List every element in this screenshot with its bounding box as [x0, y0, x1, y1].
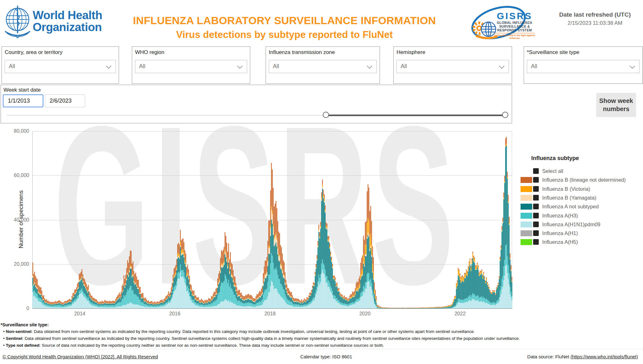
bar-week[interactable]	[159, 301, 160, 308]
bar-week[interactable]	[68, 300, 68, 308]
bar-week[interactable]	[176, 265, 176, 308]
bar-week[interactable]	[281, 247, 282, 308]
bar-week[interactable]	[378, 305, 378, 308]
bar-week[interactable]	[256, 296, 256, 308]
bar-week[interactable]	[465, 273, 466, 308]
site-type-dropdown[interactable]: All	[527, 60, 640, 73]
bar-week[interactable]	[289, 291, 290, 308]
bar-week[interactable]	[305, 300, 305, 308]
bar-week[interactable]	[122, 286, 122, 308]
bar-week[interactable]	[139, 286, 140, 308]
bar-week[interactable]	[371, 221, 372, 308]
bar-week[interactable]	[72, 296, 72, 308]
bar-week[interactable]	[147, 301, 148, 308]
bar-week[interactable]	[55, 301, 56, 308]
bar-week[interactable]	[484, 276, 485, 308]
bar-week[interactable]	[149, 302, 150, 308]
bar-week[interactable]	[123, 276, 124, 308]
bar-week[interactable]	[127, 260, 128, 308]
bar-week[interactable]	[185, 250, 185, 308]
bar-week[interactable]	[266, 260, 266, 308]
bar-week[interactable]	[348, 299, 348, 308]
bar-week[interactable]	[188, 269, 189, 308]
bar-week[interactable]	[498, 283, 499, 308]
bar-week[interactable]	[362, 255, 363, 308]
copyright-link[interactable]: © Copyright World Health Organization (W…	[3, 354, 158, 359]
legend-checkbox[interactable]	[533, 230, 539, 236]
bar-week[interactable]	[365, 222, 365, 308]
bar-week[interactable]	[368, 184, 368, 308]
bar-week[interactable]	[277, 208, 277, 308]
bar-week[interactable]	[473, 256, 474, 308]
slider-active-range[interactable]	[326, 115, 505, 116]
bar-week[interactable]	[359, 276, 360, 308]
start-date-input[interactable]	[3, 94, 43, 107]
bar-week[interactable]	[259, 291, 260, 308]
bar-week[interactable]	[82, 269, 82, 308]
bar-week[interactable]	[451, 304, 452, 308]
bar-week[interactable]	[430, 307, 430, 308]
legend-checkbox[interactable]	[533, 204, 539, 209]
bar-week[interactable]	[90, 293, 90, 308]
bar-week[interactable]	[480, 271, 480, 308]
bar-week[interactable]	[138, 280, 139, 308]
bar-week[interactable]	[204, 301, 204, 308]
bar-week[interactable]	[142, 293, 142, 308]
bar-week[interactable]	[426, 308, 427, 308]
bar-week[interactable]	[250, 295, 251, 308]
bar-week[interactable]	[49, 302, 49, 308]
bar-week[interactable]	[99, 302, 100, 308]
bar-week[interactable]	[424, 308, 425, 308]
bar-week[interactable]	[201, 299, 202, 308]
bar-week[interactable]	[175, 267, 175, 308]
bar-week[interactable]	[370, 211, 370, 308]
bar-week[interactable]	[192, 290, 192, 308]
bar-week[interactable]	[399, 308, 399, 308]
bar-week[interactable]	[101, 302, 101, 308]
bar-week[interactable]	[88, 285, 89, 308]
bar-week[interactable]	[245, 296, 245, 308]
bar-week[interactable]	[379, 306, 379, 308]
bar-week[interactable]	[410, 308, 411, 308]
bar-week[interactable]	[307, 298, 308, 308]
bar-week[interactable]	[62, 302, 63, 308]
bar-week[interactable]	[332, 264, 333, 308]
bar-week[interactable]	[338, 288, 338, 308]
bar-week[interactable]	[401, 308, 402, 308]
legend-checkbox[interactable]	[533, 239, 539, 245]
bar-week[interactable]	[296, 298, 296, 308]
bar-week[interactable]	[398, 308, 398, 308]
bar-week[interactable]	[189, 276, 190, 308]
bar-week[interactable]	[439, 307, 439, 308]
bar-week[interactable]	[384, 308, 385, 308]
bar-week[interactable]	[43, 295, 44, 308]
bar-week[interactable]	[65, 301, 66, 308]
bar-week[interactable]	[333, 276, 334, 308]
bar-week[interactable]	[111, 301, 111, 308]
bar-week[interactable]	[210, 299, 211, 308]
bar-week[interactable]	[186, 254, 186, 308]
bar-week[interactable]	[496, 287, 497, 308]
bar-week[interactable]	[370, 206, 371, 308]
bar-week[interactable]	[238, 290, 239, 308]
bar-week[interactable]	[335, 277, 335, 308]
bar-week[interactable]	[427, 307, 428, 308]
bar-week[interactable]	[122, 284, 123, 308]
bar-week[interactable]	[140, 287, 141, 308]
bar-week[interactable]	[437, 307, 437, 308]
bar-week[interactable]	[326, 222, 326, 308]
bar-week[interactable]	[297, 299, 297, 308]
bar-week[interactable]	[343, 297, 344, 308]
bar-week[interactable]	[64, 301, 65, 308]
bar-week[interactable]	[389, 308, 389, 308]
bar-week[interactable]	[419, 308, 419, 308]
bar-week[interactable]	[470, 259, 470, 308]
bar-week[interactable]	[108, 301, 109, 308]
bar-week[interactable]	[75, 289, 76, 308]
bar-week[interactable]	[367, 191, 367, 308]
bar-week[interactable]	[176, 259, 177, 308]
bar-week[interactable]	[390, 308, 390, 308]
bar-week[interactable]	[425, 308, 426, 308]
bar-week[interactable]	[431, 307, 432, 308]
bar-week[interactable]	[221, 250, 222, 308]
